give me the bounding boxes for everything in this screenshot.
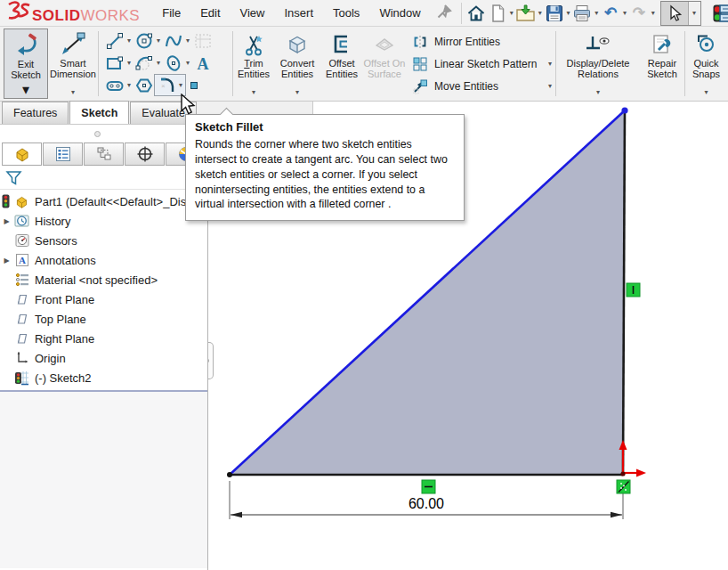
mirror-entities-button[interactable]: Mirror Entities [411, 30, 555, 53]
origin-triad[interactable] [619, 440, 647, 477]
open-caret[interactable]: ▾ [537, 9, 543, 17]
open-button[interactable] [515, 2, 537, 25]
text-tool-button[interactable]: A [192, 53, 213, 73]
ellipse-tool-button[interactable] [163, 53, 183, 73]
display-delete-relations-caret[interactable]: ▾ [596, 89, 600, 99]
exit-sketch-selected-box: Exit Sketch ▾ [4, 28, 48, 99]
undo-button[interactable]: ↶ [600, 2, 621, 25]
circle-tool-button[interactable] [133, 30, 154, 51]
line-tool-button[interactable] [104, 30, 125, 51]
tree-item-sketch2[interactable]: (-) Sketch2 [0, 368, 207, 387]
exit-sketch-button[interactable]: Exit Sketch [4, 29, 47, 81]
dimension-value[interactable]: 60.00 [408, 496, 444, 511]
arc-tool-caret[interactable]: ▾ [154, 59, 163, 67]
vertex-point-top[interactable] [621, 107, 627, 113]
tree-item-origin[interactable]: Origin [0, 348, 207, 368]
linear-sketch-pattern-button[interactable]: Linear Sketch Pattern ▾ [411, 53, 555, 75]
smart-dimension-caret[interactable]: ▾ [71, 89, 75, 99]
circle-tool-caret[interactable]: ▾ [154, 37, 163, 45]
expander-icon[interactable]: ▶ [0, 256, 13, 265]
tree-item-top-plane[interactable]: Top Plane [0, 309, 207, 329]
move-entities-button[interactable]: Move Entities ▾ [411, 75, 555, 97]
rectangle-tool-button[interactable] [104, 53, 125, 73]
tree-item-right-plane[interactable]: Right Plane [0, 329, 207, 348]
convert-entities-button[interactable]: Convert Entities ▾ [274, 28, 320, 99]
slot-tool-caret[interactable]: ▾ [125, 81, 133, 89]
save-button[interactable] [543, 2, 564, 25]
sketch-fillet-caret[interactable]: ▾ [176, 81, 185, 89]
new-document-caret[interactable]: ▾ [508, 9, 514, 17]
vertex-point-bottom-left[interactable] [227, 472, 232, 477]
select-tool-group: ▾ [660, 1, 701, 26]
tree-item-front-plane[interactable]: Front Plane [0, 289, 207, 309]
menu-edit[interactable]: Edit [190, 0, 230, 27]
select-tool-button[interactable] [661, 2, 688, 25]
tab-feature-manager[interactable] [2, 142, 42, 166]
print-caret[interactable]: ▾ [594, 9, 600, 17]
panel-resize-dot[interactable] [94, 131, 101, 137]
menu-view[interactable]: View [231, 0, 275, 27]
exit-sketch-caret[interactable]: ▾ [4, 81, 47, 98]
polygon-tool-button[interactable] [133, 75, 154, 95]
sketch-fillet-button[interactable]: × [155, 75, 176, 95]
menu-tools[interactable]: Tools [323, 0, 369, 27]
redo-button[interactable]: ↷ [628, 2, 650, 25]
pin-menu-icon[interactable] [436, 4, 452, 23]
trim-entities-button[interactable]: Trim Entities ▾ [233, 28, 274, 99]
select-tool-caret[interactable]: ▾ [688, 2, 700, 25]
expander-icon[interactable]: ▶ [0, 217, 13, 225]
spline-tool-caret[interactable]: ▾ [183, 37, 192, 45]
quick-snaps-caret[interactable]: ▾ [704, 89, 708, 99]
convert-entities-caret[interactable]: ▾ [295, 89, 299, 99]
tab-configuration-manager[interactable] [84, 142, 124, 166]
undo-icon: ↶ [604, 4, 617, 22]
line-tool-caret[interactable]: ▾ [125, 37, 133, 45]
panel-top-strip [0, 125, 207, 142]
smart-dimension-icon [60, 31, 86, 58]
quick-snaps-button[interactable]: Quick Snaps ▾ [685, 28, 727, 99]
tree-filter-row[interactable] [0, 167, 207, 190]
tree-root-part1[interactable]: Part1 (Default<<Default>_Display Sta [0, 191, 207, 211]
ellipse-tool-caret[interactable]: ▾ [183, 59, 192, 67]
tree-item-annotations[interactable]: ▶ A Annotations [0, 250, 207, 270]
display-delete-relations-button[interactable]: Display/Delete Relations ▾ [556, 28, 640, 99]
tab-features[interactable]: Features [2, 102, 69, 124]
point-tool-button[interactable] [186, 75, 202, 95]
undo-caret[interactable]: ▾ [621, 9, 627, 17]
redo-caret[interactable]: ▾ [650, 9, 656, 17]
new-document-button[interactable] [487, 2, 508, 25]
print-button[interactable] [571, 2, 593, 25]
spline-tool-button[interactable] [163, 30, 183, 51]
linear-pattern-caret[interactable]: ▾ [548, 60, 552, 68]
rectangle-tool-caret[interactable]: ▾ [125, 59, 133, 67]
arc-tool-button[interactable] [133, 53, 154, 73]
part-icon [13, 145, 31, 163]
tab-property-manager[interactable] [43, 142, 83, 166]
tree-item-sensors[interactable]: Sensors [0, 231, 207, 250]
offset-entities-button[interactable]: Offset Entities [320, 28, 363, 99]
exit-sketch-icon [12, 32, 39, 59]
tree-item-material[interactable]: Material <not specified> [0, 270, 207, 289]
menu-insert[interactable]: Insert [275, 0, 324, 27]
slot-tool-button[interactable] [104, 75, 125, 95]
solidworks-logo: SOLIDWORKS [5, 1, 140, 25]
relation-vertical-badge[interactable] [627, 283, 640, 297]
display-delete-relations-icon [584, 31, 612, 58]
tree-item-history[interactable]: ▶ History [0, 211, 207, 231]
clipped-toolbar-icon[interactable] [719, 4, 728, 23]
home-button[interactable] [465, 2, 486, 25]
menu-window[interactable]: Window [369, 0, 430, 27]
relation-coincident-badge[interactable] [617, 480, 630, 493]
history-icon [13, 214, 30, 229]
filter-funnel-icon [5, 170, 22, 186]
tab-display-manager[interactable] [125, 142, 165, 166]
relation-horizontal-badge[interactable] [422, 480, 435, 493]
repair-sketch-button[interactable]: Repair Sketch [640, 28, 684, 99]
move-entities-caret[interactable]: ▾ [548, 82, 552, 90]
save-caret[interactable]: ▾ [565, 9, 571, 17]
trim-entities-caret[interactable]: ▾ [252, 89, 255, 99]
smart-dimension-button[interactable]: Smart Dimension ▾ [48, 28, 98, 99]
dimension-arrow-left [231, 512, 242, 517]
tab-sketch[interactable]: Sketch [69, 101, 129, 124]
menu-file[interactable]: File [152, 0, 190, 27]
